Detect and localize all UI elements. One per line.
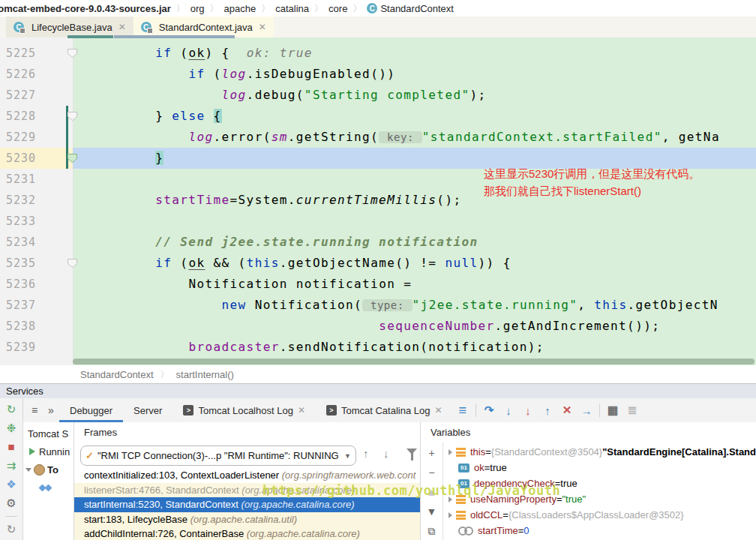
editor-tab[interactable]: CLifecycleBase.java✕ [6, 16, 134, 38]
hide-frames-filter-icon[interactable] [406, 448, 417, 454]
tree-item[interactable] [23, 478, 74, 496]
variable-name: useNamingProperty [470, 494, 556, 505]
more-tabs-icon[interactable]: » [43, 398, 59, 422]
code-line[interactable]: 5238 sequenceNumber.getAndIncrement()); [0, 316, 756, 337]
code-line[interactable]: 5233 [0, 211, 756, 232]
variable-row[interactable]: startTime = 0 [443, 523, 756, 538]
close-icon[interactable]: ✕ [298, 405, 305, 416]
tree-item[interactable]: Runnin [23, 442, 74, 460]
variable-value: "StandardEngine[Catalina].Standar [602, 446, 756, 458]
code-line[interactable]: 5227 log.debug("Starting completed"); [0, 85, 756, 106]
object-icon [456, 495, 466, 504]
code-line[interactable]: 5236 Notification notification = [0, 274, 756, 295]
debug-rerun-icon[interactable]: ❉ [5, 422, 17, 434]
stop-icon[interactable]: ■ [5, 441, 17, 453]
code-token: .getAndIncrement()); [495, 319, 661, 333]
thread-dropdown-value: "RMI TCP Connection(3)-...p "RMI Runtime… [98, 450, 340, 461]
rerun-icon[interactable]: ↻ [5, 404, 17, 416]
gutter-cell: 5226 [0, 64, 73, 85]
collapse-all-icon[interactable]: ≡ [26, 398, 43, 422]
code-token: key: [379, 131, 422, 143]
gutter-cell: 5234 [0, 232, 73, 253]
add-watch-icon[interactable]: + [426, 447, 438, 459]
chevron-right-icon[interactable] [448, 496, 452, 502]
code-line[interactable]: 5228 } else { [0, 106, 756, 127]
force-step-into-icon[interactable]: ↓ [518, 398, 538, 422]
breadcrumb-item[interactable]: StandardContext [380, 3, 454, 14]
tree-item[interactable]: To [23, 460, 74, 478]
close-icon[interactable]: ✕ [259, 22, 266, 32]
close-icon[interactable]: ✕ [434, 405, 442, 416]
variable-row[interactable]: 01ok = true [443, 460, 756, 476]
stack-frame-row[interactable]: startInternal:5230, StandardContext (org… [74, 497, 420, 512]
editor-tab[interactable]: CStandardContext.java✕ [134, 16, 274, 38]
watch-icon [458, 526, 473, 536]
code-token: Notification( [247, 298, 362, 312]
code-line[interactable]: 5229 log.error(sm.getString( key: "stand… [0, 127, 756, 148]
code-line[interactable]: 5226 if (log.isDebugEnabled()) [0, 64, 756, 85]
services-tab[interactable]: >Tomcat Catalina Log✕ [316, 398, 453, 422]
evaluate-expression-icon[interactable]: ▦ [603, 398, 622, 422]
variable-row[interactable]: 01dependencyCheck = true [443, 476, 756, 491]
stack-frame-row[interactable]: contextInitialized:103, ContextLoaderLis… [74, 468, 420, 483]
diamond-layout-icon[interactable]: ❖ [5, 478, 17, 490]
services-tab[interactable]: >Tomcat Localhost Log✕ [172, 398, 316, 422]
variable-name: dependencyCheck [474, 478, 555, 489]
step-into-icon[interactable]: ↓ [499, 398, 518, 422]
code-line[interactable]: 5234 // Send j2ee.state.running notifica… [0, 232, 756, 253]
code-editor[interactable]: 5225 if (ok) { ok: true5226 if (log.isDe… [0, 38, 756, 365]
code-line[interactable]: 5237 new Notification( type: "j2ee.state… [0, 295, 756, 316]
variable-row[interactable]: this = {StandardContext@3504} "StandardE… [443, 444, 756, 460]
stack-frame-row[interactable]: start:183, LifecycleBase (org.apache.cat… [74, 512, 420, 527]
code-token: type: [362, 299, 412, 311]
variable-row[interactable]: oldCCL = {ClassLoaders$AppClassLoader@35… [443, 507, 756, 523]
horizontal-scrollbar[interactable] [73, 358, 754, 364]
run-to-cursor-icon[interactable]: → [577, 398, 596, 422]
resume-icon[interactable]: ⇉ [5, 460, 17, 472]
breadcrumb-item[interactable]: core [328, 3, 347, 14]
variable-name: oldCCL [470, 509, 502, 520]
stack-frame-row[interactable]: addChildInternal:726, ContainerBase (org… [74, 526, 420, 540]
variable-name: ok [474, 462, 484, 473]
step-over-icon[interactable]: ↷ [479, 398, 499, 422]
code-line[interactable]: 5235 if (ok && (this.getObjectName() != … [0, 253, 756, 274]
code-token: { [214, 109, 222, 123]
wrench-icon[interactable]: ⚙ [5, 497, 17, 509]
menu-icon[interactable]: ≡ [453, 398, 473, 422]
breadcrumb-item[interactable]: tomcat-embed-core-9.0.43-sources.jar [0, 3, 171, 14]
services-tab[interactable]: Debugger [59, 398, 123, 422]
remove-watch-icon[interactable]: − [426, 466, 438, 478]
chevron-down-icon[interactable] [26, 468, 32, 472]
chevron-right-icon[interactable] [448, 512, 452, 518]
step-out-icon[interactable]: ↑ [538, 398, 557, 422]
refresh-icon[interactable]: ↻ [5, 524, 17, 536]
chevron-right-icon[interactable] [448, 449, 452, 455]
prev-frame-icon[interactable]: ↑ [363, 447, 369, 460]
tree-item[interactable]: Tomcat S [23, 424, 74, 442]
breadcrumb-item[interactable]: org [190, 3, 205, 14]
code-line[interactable]: 5225 if (ok) { ok: true [0, 43, 756, 64]
chevron-down-icon: ▼ [344, 452, 351, 460]
variable-row[interactable]: useNamingProperty = "true" [443, 491, 756, 507]
thread-dropdown[interactable]: ✓ "RMI TCP Connection(3)-...p "RMI Runti… [80, 446, 356, 466]
move-up-icon[interactable]: ▲ [426, 486, 438, 498]
equals-sign: = [518, 525, 524, 536]
duplicate-icon[interactable]: ⧉ [426, 525, 438, 537]
breadcrumb-item[interactable]: StandardContext [80, 369, 154, 380]
next-frame-icon[interactable]: ↓ [383, 447, 389, 460]
line-number: 5233 [6, 211, 36, 232]
breadcrumb-item[interactable]: apache [224, 3, 256, 14]
services-tab[interactable]: Server [123, 398, 172, 422]
breadcrumb-item[interactable]: startInternal() [176, 369, 234, 380]
code-token: log [222, 88, 247, 102]
breadcrumb-item[interactable]: catalina [275, 3, 309, 14]
code-line[interactable]: 5239 broadcaster.sendNotification(notifi… [0, 337, 756, 358]
close-icon[interactable]: ✕ [118, 22, 126, 32]
layout-settings-icon[interactable]: ≣ [622, 398, 642, 422]
drop-frame-icon[interactable]: ✕ [557, 398, 577, 422]
code-token: .isDebugEnabled()) [247, 67, 396, 81]
scrollbar-thumb[interactable] [73, 358, 754, 364]
move-down-icon[interactable]: ▼ [426, 506, 438, 518]
stack-frame-row[interactable]: listenerStart:4766, StandardContext (org… [74, 483, 420, 498]
services-panel: ↻❉■⇉❖⚙↻ ≡»DebuggerServer>Tomcat Localhos… [0, 398, 756, 540]
